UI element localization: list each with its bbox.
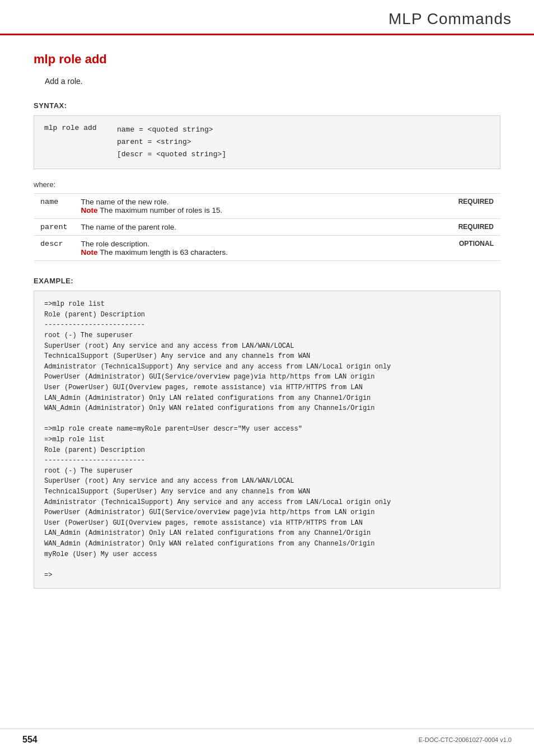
- table-row: parentThe name of the parent role.REQUIR…: [34, 219, 500, 236]
- command-title: mlp role add: [34, 52, 500, 67]
- example-heading: EXAMPLE:: [34, 277, 500, 285]
- syntax-box: mlp role add name = <quoted string> pare…: [34, 115, 500, 169]
- syntax-param-3: [descr = <quoted string>]: [117, 148, 226, 161]
- syntax-param-1: name = <quoted string>: [117, 124, 226, 136]
- param-requirement: REQUIRED: [450, 219, 500, 236]
- param-desc: The name of the new role.Note The maximu…: [74, 194, 450, 219]
- content-area: mlp role add Add a role. SYNTAX: mlp rol…: [0, 35, 534, 639]
- note-text: The maximum length is 63 characters.: [100, 248, 228, 256]
- parameters-table: nameThe name of the new role.Note The ma…: [34, 193, 500, 261]
- page-number: 554: [22, 735, 38, 745]
- page-footer: 554 E-DOC-CTC-20061027-0004 v1.0: [0, 729, 534, 745]
- syntax-command: mlp role add: [44, 124, 117, 161]
- note-label: Note: [81, 206, 98, 214]
- syntax-param-2: parent = <string>: [117, 136, 226, 148]
- table-row: nameThe name of the new role.Note The ma…: [34, 194, 500, 219]
- param-requirement: REQUIRED: [450, 194, 500, 219]
- param-desc: The role description.Note The maximum le…: [74, 236, 450, 261]
- doc-reference: E-DOC-CTC-20061027-0004 v1.0: [419, 736, 512, 743]
- param-name: name: [34, 194, 74, 219]
- note-text: The maximum number of roles is 15.: [100, 206, 222, 214]
- where-label: where:: [34, 180, 500, 189]
- syntax-heading: SYNTAX:: [34, 101, 500, 110]
- param-name: parent: [34, 219, 74, 236]
- page-header: MLP Commands: [0, 0, 534, 35]
- syntax-params: name = <quoted string> parent = <string>…: [117, 124, 226, 161]
- table-row: descrThe role description.Note The maxim…: [34, 236, 500, 261]
- header-title: MLP Commands: [388, 10, 512, 27]
- note-label: Note: [81, 248, 98, 256]
- param-requirement: OPTIONAL: [450, 236, 500, 261]
- param-desc: The name of the parent role.: [74, 219, 450, 236]
- example-box: =>mlp role list Role (parent) Descriptio…: [34, 291, 500, 589]
- command-description: Add a role.: [45, 77, 500, 86]
- param-name: descr: [34, 236, 74, 261]
